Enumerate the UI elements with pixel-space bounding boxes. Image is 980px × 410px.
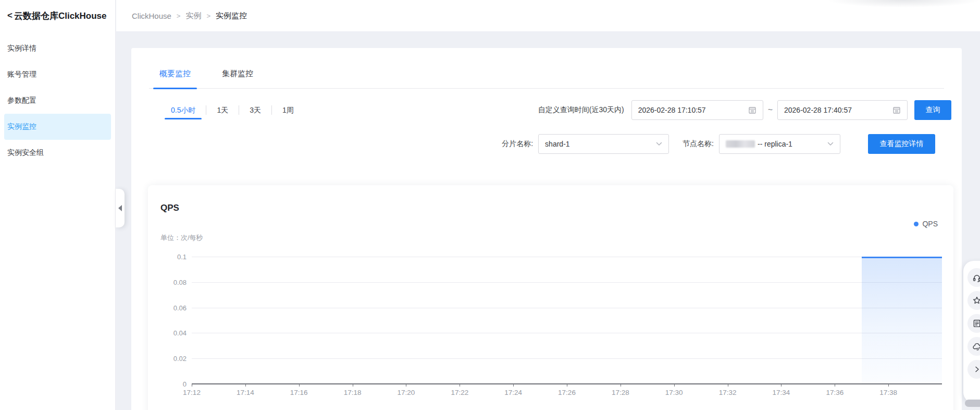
tab-cluster-monitoring[interactable]: 集群监控 (218, 69, 257, 88)
start-time-value: 2026-02-28 17:10:57 (638, 106, 706, 114)
sidebar-item-instance-detail[interactable]: 实例详情 (4, 35, 111, 62)
sidebar-item-label: 实例安全组 (7, 148, 44, 158)
cloud-button[interactable] (967, 337, 980, 356)
breadcrumb-item-instance[interactable]: 实例 (185, 11, 201, 21)
sidebar-item-instance-security-group[interactable]: 实例安全组 (4, 140, 111, 166)
y-tick-label: 0.04 (173, 329, 187, 337)
view-monitoring-detail-button[interactable]: 查看监控详情 (868, 134, 935, 154)
sidebar-menu: 实例详情 账号管理 参数配置 实例监控 实例安全组 (0, 35, 115, 166)
query-button[interactable]: 查询 (914, 100, 951, 120)
node-value-suffix: -- replica-1 (758, 140, 792, 148)
x-tick-label: 17:20 (398, 389, 415, 396)
x-tick-label: 17:26 (558, 389, 576, 396)
chart-legend[interactable]: QPS (914, 220, 938, 228)
x-tick-mark (781, 384, 781, 387)
legend-label: QPS (922, 220, 938, 228)
support-headset-icon (972, 273, 980, 282)
calendar-icon (892, 106, 901, 114)
end-time-input[interactable]: 2026-02-28 17:40:57 (777, 100, 908, 120)
node-select[interactable]: -- replica-1 (719, 134, 840, 154)
y-tick-label: 0.1 (177, 253, 187, 261)
x-tick-mark (567, 384, 567, 387)
x-tick-mark (674, 384, 675, 387)
calendar-icon (748, 106, 756, 114)
sidebar-item-label: 实例详情 (7, 44, 36, 53)
chart-plot-area[interactable]: 0.10.080.060.040.020 17:1217:1417:1617:1… (192, 257, 942, 384)
x-tick-label: 17:38 (879, 389, 897, 396)
y-tick-label: 0 (183, 380, 187, 388)
main-content: 概要监控 集群监控 0.5小时 1天 3天 1周 自定义查询时间(近30天内) … (116, 31, 980, 410)
sidebar-title[interactable]: < 云数据仓库ClickHouse (0, 0, 115, 31)
topbar: ClickHouse > 实例 > 实例监控 (116, 0, 980, 31)
gridline (192, 282, 942, 283)
custom-query-label: 自定义查询时间(近30天内) (538, 105, 624, 115)
sidebar-item-parameter-config[interactable]: 参数配置 (4, 88, 111, 114)
x-tick-mark (621, 384, 621, 387)
shard-select[interactable]: shard-1 (538, 134, 669, 154)
floating-toolbar (963, 261, 980, 403)
x-tick-label: 17:28 (612, 389, 629, 396)
monitoring-card: 概要监控 集群监控 0.5小时 1天 3天 1周 自定义查询时间(近30天内) … (131, 48, 962, 410)
y-tick-label: 0.02 (173, 355, 187, 363)
x-tick-mark (888, 384, 889, 387)
chart-highlight-region (862, 257, 942, 384)
time-option-1-week[interactable]: 1周 (272, 100, 304, 120)
gridline (192, 358, 942, 359)
x-tick-label: 17:34 (773, 389, 790, 396)
x-tick-mark (728, 384, 728, 387)
breadcrumb-separator: > (206, 12, 210, 20)
y-tick-label: 0.08 (173, 278, 187, 286)
x-tick-mark (406, 384, 406, 387)
x-tick-mark (299, 384, 300, 387)
x-tick-label: 17:12 (183, 389, 201, 396)
back-icon[interactable]: < (7, 10, 13, 21)
breadcrumb-item-clickhouse[interactable]: ClickHouse (132, 11, 171, 20)
x-tick-label: 17:18 (344, 389, 362, 396)
time-option-3-days[interactable]: 3天 (239, 100, 271, 120)
cloud-icon (972, 342, 980, 351)
shard-value: shard-1 (545, 140, 569, 148)
time-option-half-hour[interactable]: 0.5小时 (160, 100, 206, 120)
scrollbar-thumb[interactable] (965, 400, 980, 407)
sidebar-collapse-handle[interactable] (116, 189, 125, 227)
x-tick-label: 17:16 (290, 389, 308, 396)
custom-query-group: 自定义查询时间(近30天内) 2026-02-28 17:10:57 ~ 202… (538, 100, 951, 120)
x-tick-mark (460, 384, 460, 387)
sidebar-item-account-management[interactable]: 账号管理 (4, 62, 111, 88)
x-tick-label: 17:22 (451, 389, 468, 396)
x-tick-label: 17:14 (237, 389, 254, 396)
y-tick-label: 0.06 (173, 304, 187, 311)
chevron-down-icon (827, 142, 834, 146)
x-tick-label: 17:36 (826, 389, 843, 396)
collapse-left-icon (118, 205, 122, 211)
survey-document-icon (972, 319, 980, 328)
x-tick-mark (513, 384, 514, 387)
gridline (192, 308, 942, 308)
favorite-star-icon (972, 296, 980, 305)
chevron-down-icon (656, 142, 662, 146)
x-tick-label: 17:30 (665, 389, 683, 396)
sidebar-item-label: 实例监控 (7, 122, 36, 131)
sidebar-item-label: 账号管理 (7, 70, 36, 79)
breadcrumb-separator: > (177, 12, 181, 20)
sidebar-item-instance-monitoring[interactable]: 实例监控 (4, 114, 111, 140)
x-tick-mark (245, 384, 246, 387)
favorites-button[interactable] (967, 291, 980, 310)
node-label: 节点名称: (683, 139, 714, 149)
support-button[interactable] (967, 268, 980, 287)
tab-overview-monitoring[interactable]: 概要监控 (155, 69, 195, 88)
gridline (192, 333, 942, 333)
end-time-value: 2026-02-28 17:40:57 (784, 106, 852, 114)
time-option-1-day[interactable]: 1天 (206, 100, 239, 120)
tab-bar: 概要监控 集群监控 (149, 48, 944, 89)
time-filter-row: 0.5小时 1天 3天 1周 自定义查询时间(近30天内) 2026-02-28… (131, 100, 962, 120)
sidebar-item-label: 参数配置 (7, 96, 36, 105)
collapse-arrow-right-icon (972, 365, 980, 374)
start-time-input[interactable]: 2026-02-28 17:10:57 (631, 100, 763, 120)
survey-button[interactable] (967, 314, 980, 333)
product-title: 云数据仓库ClickHouse (14, 10, 107, 22)
collapse-toolbar-button[interactable] (967, 360, 980, 379)
x-tick-label: 17:24 (504, 389, 522, 396)
shard-label: 分片名称: (502, 139, 533, 149)
node-name-redacted (726, 140, 755, 148)
